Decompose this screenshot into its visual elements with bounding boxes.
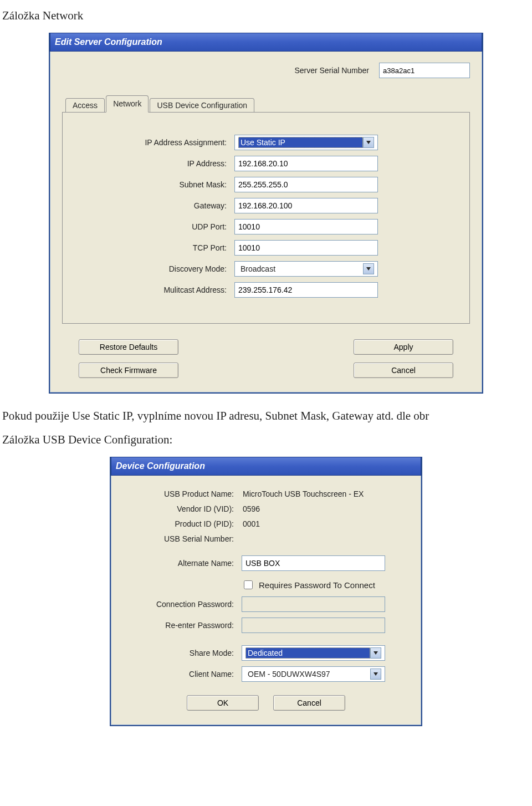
dialog-titlebar: Device Configuration	[111, 457, 421, 476]
section-heading-usb: Záložka USB Device Configuration:	[2, 433, 530, 447]
chevron-down-icon	[366, 267, 371, 271]
reenter-password-label: Re-enter Password:	[125, 621, 242, 630]
reenter-password-input	[242, 618, 385, 633]
connection-password-label: Connection Password:	[125, 600, 242, 609]
edit-server-config-dialog: Edit Server Configuration Server Serial …	[49, 33, 483, 394]
tab-usb-device-config[interactable]: USB Device Configuration	[150, 98, 254, 113]
cancel-button[interactable]: Cancel	[354, 363, 453, 378]
dialog-title: Device Configuration	[116, 461, 205, 471]
discovery-mode-label: Discovery Mode:	[79, 264, 234, 273]
discovery-mode-value: Broadcast	[238, 264, 363, 273]
chevron-down-icon	[374, 672, 378, 676]
ip-assignment-value: Use Static IP	[238, 137, 363, 148]
tcp-port-label: TCP Port:	[79, 243, 234, 252]
requires-password-checkbox[interactable]	[244, 580, 253, 589]
discovery-mode-dropdown[interactable]: Broadcast	[234, 261, 378, 277]
requires-password-row[interactable]: Requires Password To Connect	[242, 579, 407, 591]
chevron-down-icon	[374, 651, 378, 655]
usb-product-name-value: MicroTouch USB Touchscreen - EX	[242, 489, 364, 498]
share-mode-value: Dedicated	[245, 647, 370, 659]
alternate-name-label: Alternate Name:	[125, 559, 242, 568]
share-mode-caret[interactable]	[370, 647, 381, 659]
subnet-mask-input[interactable]	[234, 177, 378, 192]
dialog-title: Edit Server Configuration	[55, 37, 162, 47]
client-name-label: Client Name:	[125, 670, 242, 679]
tab-row: Access Network USB Device Configuration	[62, 95, 470, 112]
share-mode-dropdown[interactable]: Dedicated	[242, 645, 385, 661]
device-config-dialog: Device Configuration USB Product Name: M…	[110, 457, 422, 726]
gateway-label: Gateway:	[79, 201, 234, 210]
apply-button[interactable]: Apply	[354, 339, 453, 355]
alternate-name-input[interactable]	[242, 555, 385, 571]
subnet-mask-label: Subnet Mask:	[79, 180, 234, 189]
usb-product-name-label: USB Product Name:	[125, 489, 242, 498]
product-id-value: 0001	[242, 519, 260, 528]
multicast-address-input[interactable]	[234, 282, 378, 298]
multicast-address-label: Mulitcast Address:	[79, 285, 234, 294]
server-serial-input[interactable]	[379, 63, 470, 78]
tab-access[interactable]: Access	[65, 98, 105, 113]
usb-serial-number-label: USB Serial Number:	[125, 534, 242, 543]
udp-port-input[interactable]	[234, 219, 378, 234]
udp-port-label: UDP Port:	[79, 222, 234, 231]
tab-network[interactable]: Network	[106, 95, 149, 113]
client-name-caret[interactable]	[370, 669, 381, 680]
vendor-id-value: 0596	[242, 504, 260, 513]
connection-password-input	[242, 596, 385, 612]
usb-serial-number-value	[242, 534, 243, 543]
ok-button[interactable]: OK	[187, 695, 259, 711]
server-serial-label: Server Serial Number	[294, 66, 369, 75]
client-name-value: OEM - 50DUWXW4S97	[245, 670, 370, 679]
chevron-down-icon	[366, 141, 371, 144]
section-heading-network: Záložka Network	[2, 9, 530, 23]
restore-defaults-button[interactable]: Restore Defaults	[79, 339, 178, 355]
network-tab-panel: IP Address Assignment: Use Static IP IP …	[62, 112, 470, 324]
discovery-mode-caret[interactable]	[363, 263, 374, 274]
ip-assignment-dropdown[interactable]: Use Static IP	[234, 135, 378, 150]
dialog-titlebar: Edit Server Configuration	[50, 33, 482, 52]
tcp-port-input[interactable]	[234, 240, 378, 256]
share-mode-label: Share Mode:	[125, 649, 242, 657]
vendor-id-label: Vendor ID (VID):	[125, 504, 242, 513]
ip-address-input[interactable]	[234, 156, 378, 171]
ip-address-label: IP Address:	[79, 159, 234, 168]
client-name-dropdown[interactable]: OEM - 50DUWXW4S97	[242, 666, 385, 682]
product-id-label: Product ID (PID):	[125, 519, 242, 528]
cancel-button[interactable]: Cancel	[273, 695, 345, 711]
requires-password-label: Requires Password To Connect	[259, 580, 375, 590]
check-firmware-button[interactable]: Check Firmware	[79, 363, 178, 378]
gateway-input[interactable]	[234, 198, 378, 213]
ip-assignment-label: IP Address Assignment:	[79, 138, 234, 147]
ip-assignment-caret[interactable]	[363, 137, 374, 148]
paragraph-body: Pokud použije Use Static IP, vyplníme no…	[2, 409, 530, 423]
